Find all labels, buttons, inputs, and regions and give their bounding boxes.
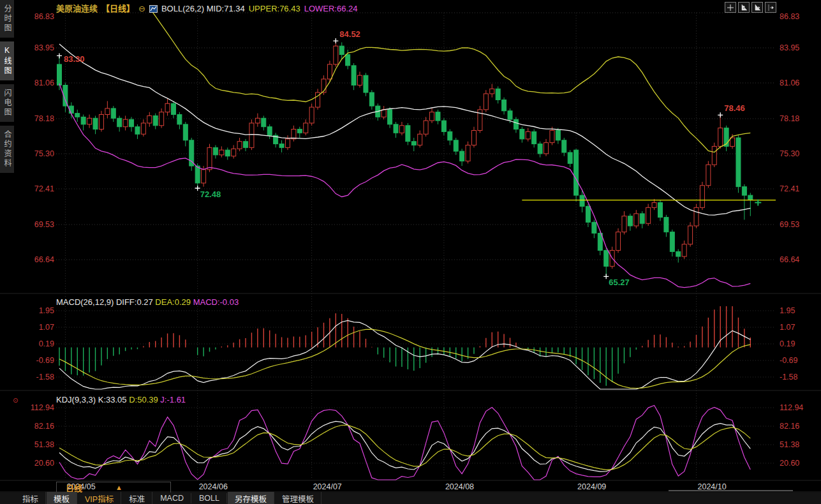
kdj-tick: 112.94 xyxy=(780,403,803,412)
candle-body xyxy=(592,222,596,233)
candle-body xyxy=(189,140,194,166)
candle-body xyxy=(267,127,272,135)
tab-VIP指标[interactable]: VIP指标 xyxy=(78,492,121,504)
indicator-settings-icon[interactable]: ⊙ xyxy=(13,397,18,404)
candle-body xyxy=(748,195,753,200)
candle-body xyxy=(117,118,122,126)
kdj-tick: 82.16 xyxy=(34,422,54,431)
mini-chart-icon xyxy=(149,5,158,15)
candle-body xyxy=(688,226,693,244)
candle-body xyxy=(670,232,674,252)
candle-body xyxy=(141,123,145,134)
candle-body xyxy=(99,115,103,130)
price-tick: 81.06 xyxy=(780,78,799,87)
boll-mid-label: BOLL(26,2) MID:71.34 xyxy=(161,4,245,13)
price-tick: 72.41 xyxy=(34,184,54,193)
kdj-tick: 20.60 xyxy=(34,459,54,468)
price-annotation: 78.46 xyxy=(724,103,745,113)
boll-mid-line xyxy=(59,44,750,215)
y-axis-scale-icon[interactable] xyxy=(738,2,750,13)
candle-body xyxy=(502,100,507,111)
candle-body xyxy=(171,103,175,114)
symbol-name: 美原油连续 xyxy=(56,4,98,13)
tab-BOLL[interactable]: BOLL xyxy=(192,493,227,503)
collapse-icon[interactable]: ⊖ xyxy=(138,4,145,13)
tab-另存模板[interactable]: 另存模板 xyxy=(228,492,274,504)
candle-body xyxy=(219,150,224,155)
candle-body xyxy=(622,216,626,232)
candle-body xyxy=(297,130,302,133)
kdj-tick: 20.60 xyxy=(780,459,799,468)
candle-body xyxy=(471,130,476,145)
candle-body xyxy=(399,126,404,133)
candle-body xyxy=(508,111,512,119)
price-tick: 75.30 xyxy=(34,149,54,158)
tab-指标[interactable]: 指标 xyxy=(15,492,46,504)
macd-tick: -0.69 xyxy=(780,356,798,365)
candle-body xyxy=(730,138,735,146)
tab-MACD[interactable]: MACD xyxy=(153,493,191,503)
price-tick: 66.64 xyxy=(34,255,54,264)
candle-body xyxy=(742,187,746,195)
candle-body xyxy=(634,214,639,226)
candle-body xyxy=(712,146,716,165)
candle-body xyxy=(538,144,542,154)
sidebar-item-合约资料[interactable]: 合约资料 xyxy=(0,126,14,173)
candle-body xyxy=(159,112,164,126)
boll-lower-label: LOWER:66.24 xyxy=(304,4,358,13)
candle-body xyxy=(358,75,362,85)
candle-body xyxy=(520,130,524,139)
macd-diff-line xyxy=(59,320,750,389)
candle-body xyxy=(75,114,80,117)
candlestick-chart[interactable]: 86.8386.8383.9583.9581.0681.0678.1878.18… xyxy=(0,0,821,504)
boll-upper-line xyxy=(59,0,750,152)
candle-body xyxy=(279,144,284,148)
candle-body xyxy=(244,142,248,148)
macd-tick: 0.19 xyxy=(780,339,795,348)
candle-body xyxy=(153,115,158,125)
candle-body xyxy=(562,140,566,152)
candle-body xyxy=(718,128,723,147)
macd-tick: -1.58 xyxy=(36,373,55,382)
sidebar-item-闪电图[interactable]: 闪电图 xyxy=(0,84,14,122)
x-axis-month-label: 2024/07 xyxy=(313,482,342,491)
price-tick: 69.53 xyxy=(780,220,799,229)
x-axis-month-label: 2024/08 xyxy=(445,482,474,491)
crosshair-icon[interactable] xyxy=(725,2,736,13)
price-tick: 86.83 xyxy=(34,12,54,21)
price-tick: 78.18 xyxy=(780,114,799,123)
candle-body xyxy=(736,138,741,187)
candle-body xyxy=(664,218,669,232)
price-marker-cross xyxy=(718,112,723,117)
candle-body xyxy=(105,108,110,115)
candle-body xyxy=(351,66,356,85)
candle-body xyxy=(249,123,254,147)
candle-body xyxy=(436,112,440,121)
x-axis-scale-icon[interactable] xyxy=(751,2,763,13)
macd-tick: 1.07 xyxy=(780,323,795,332)
candle-body xyxy=(339,46,344,54)
sidebar-item-分时图[interactable]: 分时图 xyxy=(0,0,14,38)
candle-body xyxy=(394,124,398,133)
candle-body xyxy=(327,64,332,79)
candle-body xyxy=(123,119,128,127)
candle-body xyxy=(346,55,350,66)
candle-body xyxy=(364,75,368,93)
tab-模板[interactable]: 模板 xyxy=(47,492,77,504)
candle-body xyxy=(490,89,494,94)
price-tick: 75.30 xyxy=(780,149,799,158)
price-tick: 86.83 xyxy=(780,12,799,21)
candle-body xyxy=(309,107,314,123)
candle-body xyxy=(262,118,266,126)
candle-body xyxy=(604,250,609,266)
price-annotation: 65.27 xyxy=(609,278,630,287)
price-annotation: 83.30 xyxy=(64,54,85,64)
candle-body xyxy=(202,170,206,183)
pan-right-icon[interactable] xyxy=(765,2,776,13)
candle-body xyxy=(448,131,452,140)
sidebar-item-K线图[interactable]: K线图 xyxy=(0,41,14,80)
tab-管理模板[interactable]: 管理模板 xyxy=(275,492,322,504)
candle-body xyxy=(460,151,464,161)
tab-标准[interactable]: 标准 xyxy=(122,492,152,504)
macd-dea-line xyxy=(59,329,750,388)
